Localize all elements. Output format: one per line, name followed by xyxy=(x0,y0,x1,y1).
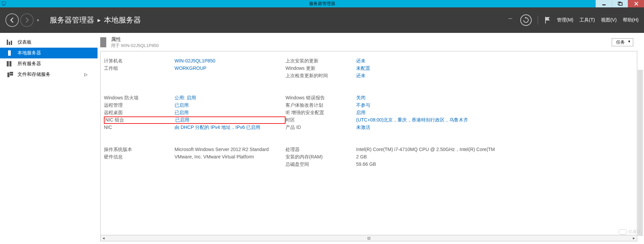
history-dropdown-icon[interactable]: ▼ xyxy=(36,18,40,22)
svg-rect-13 xyxy=(9,61,11,66)
sidebar-item-label: 所有服务器 xyxy=(17,61,41,67)
all-servers-icon xyxy=(7,61,13,66)
refresh-button[interactable] xyxy=(520,14,532,26)
prop-value[interactable]: 不参与 xyxy=(356,102,634,108)
maximize-button[interactable] xyxy=(612,0,628,7)
prop-label: 远程桌面 xyxy=(104,110,175,116)
prop-value[interactable]: 未配置 xyxy=(356,65,634,71)
prop-label: 处理器 xyxy=(286,147,356,153)
sidebar: 仪表板 本地服务器 所有服务器 文件和存储服务 ▷ xyxy=(0,33,98,244)
horizontal-scrollbar[interactable]: ◄ ► xyxy=(101,235,637,241)
sidebar-item-local-server[interactable]: 本地服务器 xyxy=(0,48,98,58)
svg-rect-1 xyxy=(3,5,4,6)
svg-rect-12 xyxy=(7,61,9,66)
header-bar: ▼ 服务器管理器 ▸ 本地服务器 — 管理(M) 工具(T) 视图(V) 帮助(… xyxy=(0,7,644,33)
svg-rect-16 xyxy=(10,74,13,76)
prop-label: 计算机名 xyxy=(104,58,175,64)
prop-label: 工作组 xyxy=(104,65,175,71)
back-button[interactable] xyxy=(5,13,19,27)
svg-rect-7 xyxy=(545,17,546,23)
tasks-dropdown[interactable]: 任务 xyxy=(612,38,633,46)
prop-value[interactable]: WIN-02J5QL1P850 xyxy=(175,58,286,64)
prop-label: 硬件信息 xyxy=(104,154,175,160)
prop-value: 59.66 GB xyxy=(356,161,634,167)
prop-value[interactable]: 已启用 xyxy=(175,102,286,108)
vertical-scrollbar[interactable] xyxy=(637,70,643,236)
titlebar: 服务器管理器 xyxy=(0,0,644,7)
prop-label: 安装的内存(RAM) xyxy=(286,154,356,160)
prop-value[interactable]: 启用 xyxy=(356,110,634,116)
prop-value[interactable]: 已启用 xyxy=(175,116,286,124)
menu-help[interactable]: 帮助(H) xyxy=(623,17,639,23)
prop-label: 上次安装的更新 xyxy=(286,58,356,64)
prop-label: 操作系统版本 xyxy=(104,147,175,153)
prop-label: Windows 更新 xyxy=(286,65,356,71)
prop-value[interactable]: 由 DHCP 分配的 IPv4 地址，IPv6 已启用 xyxy=(175,125,286,131)
sidebar-item-label: 本地服务器 xyxy=(17,50,41,56)
breadcrumb-separator-icon: ▸ xyxy=(98,16,101,24)
prop-value[interactable]: 公用: 启用 xyxy=(175,95,286,101)
watermark: 亿速云 xyxy=(618,229,641,235)
cloud-icon xyxy=(618,229,627,235)
svg-rect-0 xyxy=(2,2,5,5)
file-storage-icon xyxy=(7,72,13,77)
local-server-icon xyxy=(7,50,13,56)
prop-label: 时区 xyxy=(286,117,356,123)
prop-value[interactable]: WORKGROUP xyxy=(175,65,286,71)
minimize-button[interactable] xyxy=(596,0,612,7)
dashboard-icon xyxy=(7,40,13,45)
panel-header: 属性 用于 WIN-02J5QL1P850 任务 xyxy=(100,36,637,49)
header-divider xyxy=(538,16,538,25)
app-icon xyxy=(1,1,7,6)
svg-rect-8 xyxy=(7,40,8,45)
properties-box: 计算机名WIN-02J5QL1P850上次安装的更新还未工作组WORKGROUP… xyxy=(100,51,637,241)
forward-button[interactable] xyxy=(20,13,34,27)
sidebar-item-file-storage[interactable]: 文件和存储服务 ▷ xyxy=(0,69,98,80)
svg-rect-2 xyxy=(602,4,606,5)
sidebar-item-label: 文件和存储服务 xyxy=(17,71,50,78)
prop-value: 2 GB xyxy=(356,154,634,160)
prop-label: 上次检查更新的时间 xyxy=(286,73,356,79)
menu-manage[interactable]: 管理(M) xyxy=(557,17,573,23)
prop-value[interactable]: 已启用 xyxy=(175,110,286,116)
prop-label xyxy=(104,161,175,167)
prop-value xyxy=(175,161,286,167)
prop-value: Microsoft Windows Server 2012 R2 Standar… xyxy=(175,147,286,153)
prop-label: 总磁盘空间 xyxy=(286,161,356,167)
chevron-right-icon: ▷ xyxy=(84,72,87,77)
svg-rect-9 xyxy=(9,42,10,45)
breadcrumb-root[interactable]: 服务器管理器 xyxy=(50,15,94,25)
dash-icon: — xyxy=(508,16,512,20)
prop-label: NIC xyxy=(104,125,175,131)
svg-rect-11 xyxy=(8,50,11,56)
prop-label: 远程管理 xyxy=(104,102,175,108)
menu-tools[interactable]: 工具(T) xyxy=(579,17,595,23)
window-title: 服务器管理器 xyxy=(309,1,335,7)
prop-value[interactable]: 关闭 xyxy=(356,95,634,101)
close-button[interactable] xyxy=(628,0,644,7)
prop-value[interactable]: (UTC+08:00)北京，重庆，香港特别行政区，乌鲁木齐 xyxy=(356,117,634,123)
prop-value xyxy=(175,73,286,79)
prop-value[interactable]: 还未 xyxy=(356,58,634,64)
prop-label: Windows 防火墙 xyxy=(104,95,175,101)
menu-view[interactable]: 视图(V) xyxy=(601,17,617,23)
notifications-flag-icon[interactable] xyxy=(544,16,551,24)
breadcrumb: 服务器管理器 ▸ 本地服务器 xyxy=(50,15,141,25)
svg-rect-4 xyxy=(619,3,622,5)
panel-title: 属性 xyxy=(111,36,612,43)
prop-label: Windows 错误报告 xyxy=(286,95,356,101)
prop-value[interactable]: 还未 xyxy=(356,73,634,79)
prop-value[interactable]: 未激活 xyxy=(356,125,634,131)
prop-value: VMware, Inc. VMware Virtual Platform xyxy=(175,154,286,160)
svg-rect-14 xyxy=(7,72,9,77)
sidebar-item-dashboard[interactable]: 仪表板 xyxy=(0,37,98,48)
breadcrumb-current: 本地服务器 xyxy=(104,15,141,25)
sidebar-item-all-servers[interactable]: 所有服务器 xyxy=(0,58,98,69)
sidebar-item-label: 仪表板 xyxy=(17,39,32,45)
prop-label: 客户体验改善计划 xyxy=(286,102,356,108)
svg-rect-15 xyxy=(10,72,13,74)
prop-value: Intel(R) Core(TM) i7-4710MQ CPU @ 2.50GH… xyxy=(356,147,634,153)
prop-label: IE 增强的安全配置 xyxy=(286,110,356,116)
panel-subtitle: 用于 WIN-02J5QL1P850 xyxy=(111,43,612,49)
server-icon xyxy=(100,37,106,47)
